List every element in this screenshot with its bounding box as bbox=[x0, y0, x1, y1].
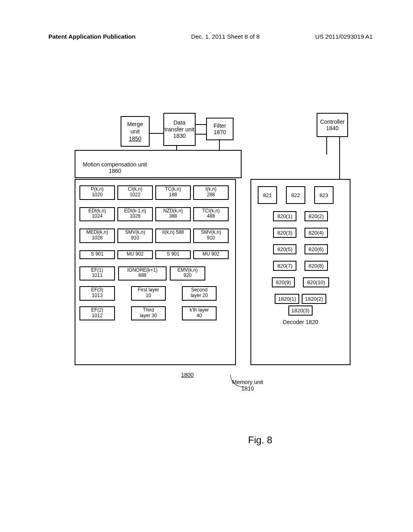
mem-cell: IGNORE(k+1)888 bbox=[118, 266, 167, 281]
filter-box: Filter 1870 bbox=[206, 118, 234, 140]
figure-8-diagram: Motion compensation unit 1860 Merge unit… bbox=[75, 113, 351, 365]
mem-cell: MEDI(k,n)1028 bbox=[79, 229, 115, 243]
mem-cell: EDI(k,n)1024 bbox=[79, 207, 115, 222]
mem-cell: Secondlayer 20 bbox=[182, 286, 217, 301]
mem-cell: I(k,n)288 bbox=[193, 185, 229, 200]
header-mid: Dec. 1, 2011 Sheet 8 of 8 bbox=[191, 33, 260, 40]
memory-unit-label: Memory unit 1810 bbox=[229, 379, 266, 392]
mem-cell: MU 902 bbox=[117, 250, 153, 259]
mem-cell: First layer10 bbox=[131, 286, 166, 301]
connector bbox=[196, 124, 206, 125]
connector bbox=[150, 133, 163, 134]
mem-cell: k'th layer40 bbox=[182, 306, 217, 321]
mem-cell: P(k,n)1020 bbox=[79, 185, 115, 200]
decoder-cell: 820(10) bbox=[303, 277, 329, 287]
header-right: US 2011/0293019 A1 bbox=[315, 33, 373, 40]
mcu-label: Motion compensation unit 1860 bbox=[79, 161, 151, 174]
mem-cell: II(k,n) 588 bbox=[155, 229, 191, 243]
mem-cell: EF(1)1011 bbox=[79, 266, 115, 281]
decoder-cell: 1820(2) bbox=[302, 294, 326, 304]
mem-cell: MU 902 bbox=[193, 250, 229, 259]
mem-cell: EDI(k-1,n)1026 bbox=[117, 207, 153, 222]
decoder-cell: 1820(1) bbox=[275, 294, 299, 304]
motion-compensation-unit-box: Motion compensation unit 1860 bbox=[75, 150, 242, 178]
decoder-cell: 821 bbox=[258, 186, 277, 204]
mem-cell: EF(3)1013 bbox=[79, 286, 115, 301]
decoder-cell: 823 bbox=[314, 186, 334, 204]
decoder-cell: 820(5) bbox=[273, 244, 296, 254]
decoder-cell: 820(9) bbox=[272, 277, 295, 287]
decoder-cell: 820(4) bbox=[305, 228, 328, 238]
decoder-cell: 820(6) bbox=[305, 244, 328, 254]
mem-cell: SMV(k,n)910 bbox=[117, 229, 153, 243]
mem-cell: Thirdlayer 30 bbox=[131, 306, 166, 321]
mem-cell: EF(2)1012 bbox=[79, 306, 115, 321]
decoder-cell: 820(3) bbox=[273, 228, 296, 238]
controller-box: Controller 1840 bbox=[317, 113, 348, 137]
decoder-label: Decoder 1820 bbox=[258, 319, 343, 325]
decoder-box: 821 822 823 820(1)820(2) 820(3)820(4) 82… bbox=[250, 179, 350, 365]
mem-cell: EMV(k,n)920 bbox=[170, 266, 205, 281]
decoder-cell: 820(7) bbox=[273, 261, 296, 271]
mem-cell: SMV(k,n)910 bbox=[193, 229, 229, 243]
memory-unit-box: P(k,n)1020 CI(k,n)1022 TC(k,n)188 I(k,n)… bbox=[75, 179, 236, 365]
system-number: 1800 bbox=[181, 372, 194, 378]
decoder-cell: 820(2) bbox=[305, 211, 328, 221]
decoder-cell: 1820(3) bbox=[288, 305, 313, 316]
connector bbox=[326, 137, 327, 155]
connector bbox=[219, 140, 220, 151]
connector bbox=[339, 137, 340, 179]
decoder-cell: 822 bbox=[286, 186, 305, 204]
mem-cell: S 901 bbox=[79, 250, 115, 259]
data-transfer-unit-box: Data transfer unit 1830 bbox=[163, 113, 196, 146]
mem-cell: TC(k,n)188 bbox=[155, 185, 191, 200]
mem-cell: S 901 bbox=[155, 250, 191, 259]
mem-cell: CI(k,n)1022 bbox=[117, 185, 153, 200]
decoder-cell: 820(8) bbox=[305, 261, 328, 271]
figure-label: Fig. 8 bbox=[248, 434, 272, 446]
connector bbox=[196, 134, 206, 135]
decoder-cell: 820(1) bbox=[273, 211, 296, 221]
header-left: Patent Application Publication bbox=[48, 33, 136, 40]
mem-cell: TCI(k,n)488 bbox=[193, 207, 229, 222]
merge-unit-box: Merge unit 1850 bbox=[121, 116, 150, 147]
mem-cell: NZD(k,n)388 bbox=[155, 207, 191, 222]
